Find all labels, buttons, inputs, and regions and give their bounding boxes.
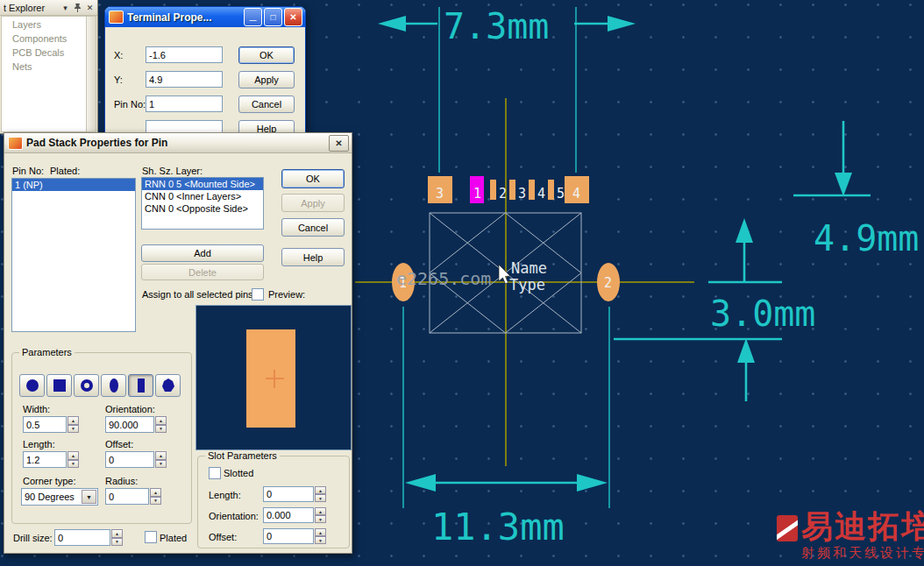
y-input[interactable] xyxy=(146,71,223,88)
chevron-down-icon[interactable] xyxy=(60,2,71,13)
apply-button[interactable]: Apply xyxy=(281,194,345,212)
slot-orientation-input[interactable] xyxy=(263,507,314,523)
offset-spinner[interactable] xyxy=(155,451,167,468)
radius-input[interactable] xyxy=(105,488,149,505)
cancel-button[interactable]: Cancel xyxy=(281,218,345,237)
pad-preview-pane xyxy=(195,305,352,450)
pad-shape-donut-button[interactable] xyxy=(74,374,99,397)
assign-checkbox[interactable] xyxy=(252,288,264,301)
pin-icon[interactable] xyxy=(72,2,83,13)
tree-item-components[interactable]: Components xyxy=(2,31,86,45)
length-label: Length: xyxy=(23,439,55,449)
slot-orientation-spinner[interactable] xyxy=(315,507,326,523)
brand-watermark: 易迪拓培训 射频和天线设计专家 xyxy=(777,508,924,562)
radius-spinner[interactable] xyxy=(150,488,161,505)
close-icon[interactable] xyxy=(84,2,96,13)
maximize-button[interactable] xyxy=(264,8,282,26)
x-label: X: xyxy=(114,50,123,60)
dim-bottom-label: 11.3mm xyxy=(431,506,565,548)
width-input[interactable] xyxy=(23,416,67,433)
y-label: Y: xyxy=(114,74,123,85)
plated-checkbox[interactable] xyxy=(145,531,157,543)
layer-item-opposite[interactable]: CNN 0 <Opposite Side> xyxy=(142,202,263,215)
pin-2-label: 2 xyxy=(499,186,507,202)
slot-group-label: Slot Parameters xyxy=(205,450,280,461)
dropdown-arrow-icon[interactable] xyxy=(82,490,96,504)
preview-origin-cross xyxy=(274,370,275,388)
tree-item-layers[interactable]: Layers xyxy=(2,17,86,31)
parameters-group: Parameters Width: Orientation: xyxy=(11,352,192,524)
close-button[interactable] xyxy=(284,8,302,26)
corner-type-value: 90 Degrees xyxy=(25,492,75,502)
orientation-input[interactable] xyxy=(105,416,154,433)
width-spinner[interactable] xyxy=(68,416,79,433)
pin-1-label: 1 xyxy=(473,186,481,202)
orientation-spinner[interactable] xyxy=(155,416,167,433)
dim-mid-arrow-lower xyxy=(737,338,755,363)
delete-button[interactable]: Delete xyxy=(141,264,264,280)
slot-orientation-label: Orientation: xyxy=(209,511,259,521)
pads-app-icon xyxy=(109,11,124,24)
project-explorer-panel: t Explorer Layers Components PCB Decals … xyxy=(0,0,98,134)
apply-button[interactable]: Apply xyxy=(238,71,295,88)
pad-shape-oval-button[interactable] xyxy=(101,374,126,397)
pin-4-label: 4 xyxy=(537,186,545,202)
dim-top-arrow-left xyxy=(378,16,406,32)
x-input[interactable] xyxy=(146,46,223,63)
minimize-button[interactable] xyxy=(244,8,262,26)
pad-pin-3[interactable] xyxy=(509,180,515,200)
slot-offset-spinner[interactable] xyxy=(315,528,326,544)
pad-shape-circle-button[interactable] xyxy=(19,374,45,397)
parameters-group-label: Parameters xyxy=(19,347,75,357)
cancel-button[interactable]: Cancel xyxy=(238,96,295,113)
terminal-titlebar[interactable]: Terminal Prope... xyxy=(105,7,305,27)
add-button[interactable]: Add xyxy=(141,244,264,262)
dim-right-label: 4.9mm xyxy=(814,218,919,258)
drill-size-label: Drill size: xyxy=(13,533,53,543)
help-button[interactable]: Help xyxy=(281,248,345,266)
close-button[interactable] xyxy=(329,135,349,152)
corner-type-select[interactable]: 90 Degrees xyxy=(21,488,98,506)
pad-pin-5[interactable] xyxy=(548,180,554,200)
pad-shape-square-button[interactable] xyxy=(46,374,72,397)
layer-item-inner[interactable]: CNN 0 <Inner Layers> xyxy=(142,190,263,202)
pads-layout-screen: 3 1 2 3 4 5 4 1 2 Name Type 7.3mm 4.9mm xyxy=(0,0,924,566)
ok-button[interactable]: OK xyxy=(238,46,295,64)
ok-button[interactable]: OK xyxy=(281,169,345,188)
padstack-titlebar[interactable]: Pad Stack Properties for Pin xyxy=(4,133,352,153)
pad-shape-odd-button[interactable] xyxy=(155,374,181,397)
orientation-label: Orientation: xyxy=(105,404,155,414)
explorer-tree: Layers Components PCB Decals Nets xyxy=(1,16,87,132)
width-label: Width: xyxy=(23,404,50,414)
length-spinner[interactable] xyxy=(68,451,79,468)
dim-bottom-arrow-left xyxy=(405,474,436,492)
padstack-title: Pad Stack Properties for Pin xyxy=(26,137,329,149)
length-input[interactable] xyxy=(23,451,67,468)
dim-mid-label: 3.0mm xyxy=(710,294,815,334)
tree-item-pcb-decals[interactable]: PCB Decals xyxy=(2,45,86,59)
tree-item-nets[interactable]: Nets xyxy=(2,59,86,73)
explorer-scrollbar[interactable] xyxy=(86,16,96,132)
pad-shape-rectangle-button[interactable] xyxy=(128,374,153,397)
drill-spinner[interactable] xyxy=(111,529,123,546)
pin-no-label: Pin No: xyxy=(114,99,146,110)
slotted-checkbox[interactable] xyxy=(209,467,221,479)
slot-length-input[interactable] xyxy=(263,486,314,502)
pin-no-input[interactable] xyxy=(146,96,223,112)
preview-label: Preview: xyxy=(268,289,305,300)
layer-item-mounted[interactable]: RNN 0 5 <Mounted Side> xyxy=(142,178,263,190)
slot-length-spinner[interactable] xyxy=(315,486,326,502)
pin-list-item[interactable]: 1 (NP) xyxy=(12,179,135,191)
layer-listbox[interactable]: RNN 0 5 <Mounted Side> CNN 0 <Inner Laye… xyxy=(141,177,264,230)
pad-pin-2[interactable] xyxy=(490,180,496,200)
pin-listbox[interactable]: 1 (NP) xyxy=(11,178,136,332)
drill-size-input[interactable] xyxy=(54,529,110,546)
slot-length-label: Length: xyxy=(209,490,241,500)
offset-input[interactable] xyxy=(105,451,154,468)
assign-label: Assign to all selected pins xyxy=(142,289,253,300)
component-name-text: Name xyxy=(511,259,547,277)
explorer-header[interactable]: t Explorer xyxy=(0,0,97,16)
dim-bottom-arrow-right xyxy=(577,474,608,492)
pad-pin-4[interactable] xyxy=(529,180,535,200)
slot-offset-input[interactable] xyxy=(263,528,314,544)
